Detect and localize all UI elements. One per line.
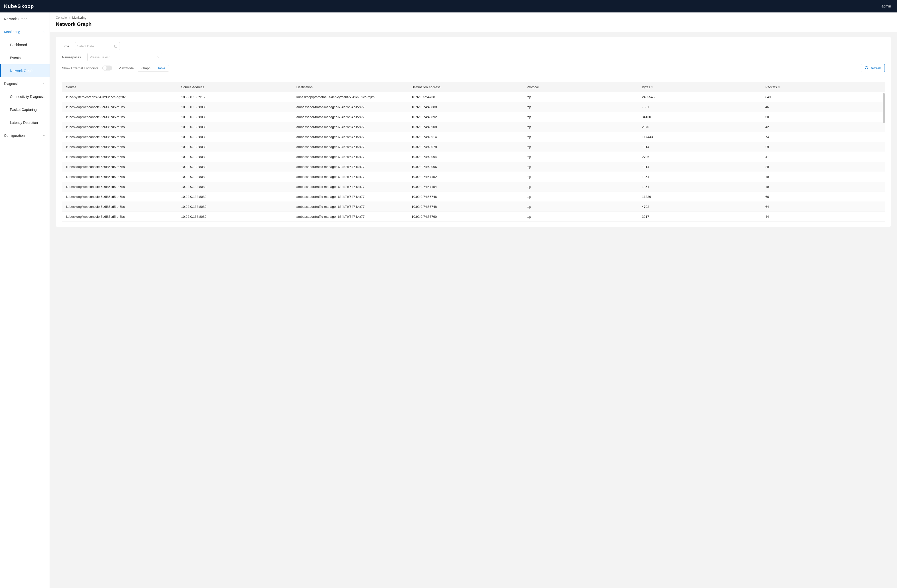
cell-dest-addr: 10.92.0.74:47454 xyxy=(408,182,523,192)
cell-dest-addr: 10.92.0.74:40908 xyxy=(408,122,523,132)
user-menu[interactable]: admin xyxy=(882,4,891,8)
breadcrumb-root[interactable]: Console xyxy=(56,16,67,20)
cell-source: kubeskoop/webconsole-5c6f85cd5-th5bs xyxy=(62,202,177,212)
viewmode-table-option[interactable]: Table xyxy=(154,65,169,72)
col-source-address-label: Source Address xyxy=(181,85,204,89)
viewmode-label: ViewMode xyxy=(119,66,133,70)
cell-source-addr: 10.92.0.138:8080 xyxy=(177,212,292,222)
time-input[interactable]: Select Date xyxy=(75,42,120,50)
cell-bytes: 1254 xyxy=(638,172,761,182)
calendar-icon xyxy=(114,44,118,48)
namespaces-select[interactable]: Please Select xyxy=(87,53,162,61)
table-row[interactable]: kubeskoop/webconsole-5c6f85cd5-th5bs10.9… xyxy=(62,182,885,192)
col-destination-label: Destination xyxy=(297,85,313,89)
sidebar-item-connectivity-diagnosis[interactable]: Connectivity Diagnosis xyxy=(0,90,50,103)
svg-rect-0 xyxy=(115,45,117,47)
col-source-address[interactable]: Source Address xyxy=(177,82,292,92)
filters: Time Select Date Namespaces Please Selec… xyxy=(62,42,885,72)
table-row[interactable]: kubeskoop/webconsole-5c6f85cd5-th5bs10.9… xyxy=(62,132,885,142)
logo-s-glyph: S xyxy=(17,3,21,9)
cell-protocol: tcp xyxy=(523,202,638,212)
sidebar: Network Graph Monitoring Dashboard Event… xyxy=(0,12,50,588)
sort-icon: ⇅ xyxy=(651,86,653,89)
show-external-switch[interactable] xyxy=(102,66,112,70)
cell-packets: 649 xyxy=(761,92,885,102)
logo[interactable]: Kube Skoop xyxy=(4,3,34,9)
cell-packets: 29 xyxy=(761,162,885,172)
refresh-button[interactable]: Refresh xyxy=(861,64,885,72)
col-destination[interactable]: Destination xyxy=(292,82,408,92)
col-destination-address[interactable]: Destination Address xyxy=(408,82,523,92)
table-row[interactable]: kubeskoop/webconsole-5c6f85cd5-th5bs10.9… xyxy=(62,192,885,202)
sidebar-item-network-graph[interactable]: Network Graph xyxy=(0,64,50,77)
col-bytes[interactable]: Bytes⇅ xyxy=(638,82,761,92)
sidebar-item-events[interactable]: Events xyxy=(0,51,50,64)
sidebar-item-packet-capturing[interactable]: Packet Capturing xyxy=(0,103,50,116)
breadcrumb-sep: / xyxy=(69,16,70,20)
sidebar-group-configuration[interactable]: Configuration xyxy=(0,129,50,142)
cell-dest-addr: 10.92.0.74:43096 xyxy=(408,162,523,172)
viewmode-graph-option[interactable]: Graph xyxy=(138,65,154,71)
col-packets[interactable]: Packets⇅ xyxy=(761,82,885,92)
cell-bytes: 2970 xyxy=(638,122,761,132)
sidebar-item-label: Network Graph xyxy=(4,17,28,21)
cell-protocol: tcp xyxy=(523,182,638,192)
divider xyxy=(62,77,885,77)
chevron-down-icon xyxy=(42,134,46,137)
table-row[interactable]: kube-system/coredns-547b98dbcc-gg28v10.9… xyxy=(62,92,885,102)
scrollbar-thumb[interactable] xyxy=(883,93,885,123)
cell-packets: 66 xyxy=(761,192,885,202)
cell-protocol: tcp xyxy=(523,162,638,172)
cell-source: kubeskoop/webconsole-5c6f85cd5-th5bs xyxy=(62,142,177,152)
cell-dest-addr: 10.92.0.74:43094 xyxy=(408,152,523,162)
table-header-row: Source Source Address Destination Destin… xyxy=(62,82,885,92)
table-row[interactable]: kubeskoop/webconsole-5c6f85cd5-th5bs10.9… xyxy=(62,152,885,162)
table-row[interactable]: kubeskoop/webconsole-5c6f85cd5-th5bs10.9… xyxy=(62,122,885,132)
cell-dest: ambassador/traffic-manager-684b7bf547-kx… xyxy=(292,202,408,212)
breadcrumb: Console / Monitoring xyxy=(56,16,891,20)
col-source[interactable]: Source xyxy=(62,82,177,92)
cell-bytes: 7381 xyxy=(638,102,761,112)
page-header: Console / Monitoring Network Graph xyxy=(50,12,897,32)
cell-packets: 19 xyxy=(761,172,885,182)
cell-dest-addr: 10.92.0.74:40914 xyxy=(408,132,523,142)
sort-icon: ⇅ xyxy=(778,86,780,89)
cell-source-addr: 10.92.0.138:8080 xyxy=(177,192,292,202)
scrollbar[interactable] xyxy=(883,93,885,158)
table-row[interactable]: kubeskoop/webconsole-5c6f85cd5-th5bs10.9… xyxy=(62,172,885,182)
sidebar-group-monitoring[interactable]: Monitoring xyxy=(0,25,50,38)
table-row[interactable]: kubeskoop/webconsole-5c6f85cd5-th5bs10.9… xyxy=(62,142,885,152)
sidebar-item-network-graph-top[interactable]: Network Graph xyxy=(0,12,50,25)
cell-protocol: tcp xyxy=(523,122,638,132)
cell-packets: 29 xyxy=(761,142,885,152)
cell-dest: ambassador/traffic-manager-684b7bf547-kx… xyxy=(292,142,408,152)
cell-source-addr: 10.92.0.138:8080 xyxy=(177,152,292,162)
table-row[interactable]: kubeskoop/webconsole-5c6f85cd5-th5bs10.9… xyxy=(62,212,885,222)
col-packets-label: Packets xyxy=(765,85,777,89)
cell-bytes: 1914 xyxy=(638,162,761,172)
refresh-label: Refresh xyxy=(869,66,881,70)
cell-bytes: 1914 xyxy=(638,142,761,152)
cell-bytes: 4792 xyxy=(638,202,761,212)
cell-dest-addr: 10.92.0.5:54738 xyxy=(408,92,523,102)
table-row[interactable]: kubeskoop/webconsole-5c6f85cd5-th5bs10.9… xyxy=(62,112,885,122)
cell-dest-addr: 10.92.0.74:40888 xyxy=(408,102,523,112)
table-row[interactable]: kubeskoop/webconsole-5c6f85cd5-th5bs10.9… xyxy=(62,202,885,212)
sidebar-group-diagnosis[interactable]: Diagnosis xyxy=(0,77,50,90)
viewmode-segmented: Graph Table xyxy=(138,65,169,72)
cell-dest-addr: 10.92.0.74:56748 xyxy=(408,202,523,212)
cell-packets: 44 xyxy=(761,212,885,222)
cell-protocol: tcp xyxy=(523,172,638,182)
cell-bytes: 3217 xyxy=(638,212,761,222)
col-source-label: Source xyxy=(66,85,76,89)
sidebar-item-dashboard[interactable]: Dashboard xyxy=(0,38,50,51)
cell-source-addr: 10.92.0.138:8080 xyxy=(177,162,292,172)
sidebar-item-latency-detection[interactable]: Latency Detection xyxy=(0,116,50,129)
sidebar-item-label: Monitoring xyxy=(4,30,20,34)
cell-source: kube-system/coredns-547b98dbcc-gg28v xyxy=(62,92,177,102)
col-protocol[interactable]: Protocol xyxy=(523,82,638,92)
table-row[interactable]: kubeskoop/webconsole-5c6f85cd5-th5bs10.9… xyxy=(62,162,885,172)
cell-source: kubeskoop/webconsole-5c6f85cd5-th5bs xyxy=(62,172,177,182)
cell-dest: ambassador/traffic-manager-684b7bf547-kx… xyxy=(292,172,408,182)
table-row[interactable]: kubeskoop/webconsole-5c6f85cd5-th5bs10.9… xyxy=(62,102,885,112)
